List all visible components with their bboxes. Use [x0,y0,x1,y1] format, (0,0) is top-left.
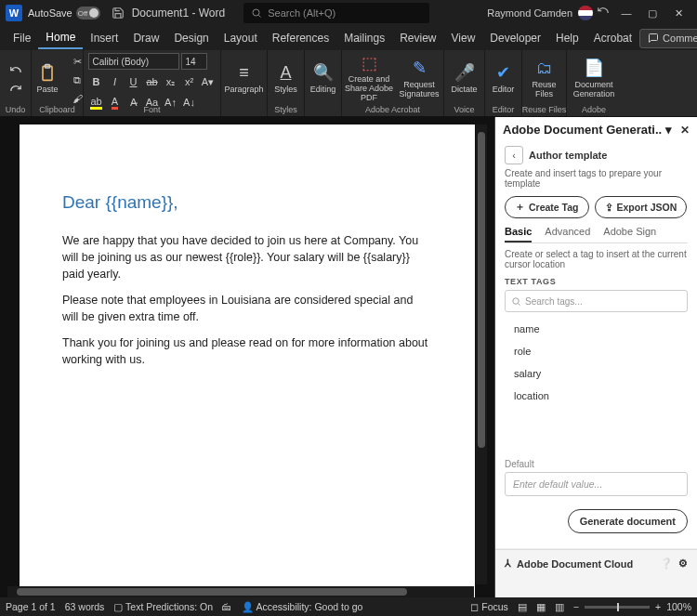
chevron-down-icon[interactable]: ▾ [665,123,672,137]
editor-button[interactable]: ✔Editor [487,53,520,103]
panel-info: Create or select a tag to insert at the … [505,249,688,269]
tab-advanced[interactable]: Advanced [545,226,590,242]
horizontal-scrollbar[interactable] [7,586,474,597]
user-name[interactable]: Raymond Camden [487,7,572,19]
panel-close-button[interactable]: ✕ [680,124,690,137]
group-editor-label: Editor [493,105,515,114]
zoom-out-button[interactable]: − [573,601,579,612]
word-logo-icon: W [6,5,22,21]
vertical-scroll-thumb[interactable] [478,132,485,448]
document-generation-button[interactable]: 📄Document Generation [569,53,619,103]
text-effects-button[interactable]: A▾ [200,73,217,90]
view-read-icon[interactable]: ▦ [536,601,546,612]
font-name-select[interactable]: Calibri (Body) [88,53,179,70]
create-share-pdf-button[interactable]: ⬚Create and Share Adobe PDF [344,53,394,103]
help-icon[interactable]: ❔ [660,557,673,570]
paragraph-button[interactable]: ≡Paragraph [222,53,267,103]
close-button[interactable]: ✕ [665,4,691,22]
view-print-icon[interactable]: ▤ [518,601,527,612]
menu-home[interactable]: Home [38,27,83,49]
styles-button[interactable]: AStyles [270,53,303,103]
comments-button[interactable]: Comments ▾ [639,29,697,48]
panel-back-button[interactable]: ‹ [505,146,523,164]
maximize-button[interactable]: ▢ [639,4,665,22]
reuse-files-button[interactable]: 🗂Reuse Files [524,53,565,103]
autosave-toggle[interactable]: AutoSave Off [28,7,100,20]
doc-heading: Dear {{name}}, [62,190,432,216]
status-predictions[interactable]: ▢ Text Predictions: On [113,601,213,612]
menu-developer[interactable]: Developer [482,28,548,48]
create-tag-button[interactable]: ＋ Create Tag [505,196,589,218]
clear-format-button[interactable]: A̶ [125,94,142,111]
menu-layout[interactable]: Layout [217,28,265,48]
tag-item-salary[interactable]: salary [505,362,688,385]
status-words[interactable]: 63 words [65,601,105,612]
menu-view[interactable]: View [444,28,483,48]
tab-basic[interactable]: Basic [505,226,532,242]
menu-review[interactable]: Review [392,28,443,48]
status-language-icon[interactable]: 🖮 [222,601,232,612]
zoom-control[interactable]: − + 100% [573,601,691,612]
tab-adobe-sign[interactable]: Adobe Sign [603,226,656,242]
user-avatar-icon[interactable] [578,6,593,20]
horizontal-scroll-thumb[interactable] [17,588,407,596]
clipboard-icon [36,61,59,84]
settings-icon[interactable]: ⚙ [678,557,688,570]
menu-acrobat[interactable]: Acrobat [586,28,639,48]
undo-button[interactable] [7,61,24,78]
italic-button[interactable]: I [107,73,124,90]
document-page[interactable]: Dear {{name}}, We are happy that you hav… [20,125,475,597]
highlight-button[interactable]: ab [88,94,105,111]
editing-button[interactable]: 🔍Editing [307,53,340,103]
group-undo-label: Undo [6,105,26,114]
menu-draw[interactable]: Draw [125,28,166,48]
search-placeholder: Search (Alt+Q) [268,7,335,19]
zoom-in-button[interactable]: + [655,601,661,612]
zoom-slider[interactable] [585,606,650,609]
save-icon[interactable] [111,6,125,20]
paragraph-icon: ≡ [233,61,256,84]
menu-design[interactable]: Design [166,28,216,48]
dictate-button[interactable]: 🎤Dictate [446,53,483,103]
font-color-button[interactable]: A [107,94,124,111]
zoom-level[interactable]: 100% [666,601,691,612]
minimize-button[interactable]: — [613,4,639,22]
view-web-icon[interactable]: ▥ [555,601,564,612]
tag-item-role[interactable]: role [505,340,688,362]
grow-font-button[interactable]: A↑ [163,94,179,111]
default-value-input[interactable]: Enter default value... [505,472,688,496]
subscript-button[interactable]: x₂ [163,73,179,90]
export-icon: ⇪ [605,202,613,213]
underline-button[interactable]: U [125,73,142,90]
toggle-off-icon[interactable]: Off [76,7,100,20]
shrink-font-button[interactable]: A↓ [181,94,198,111]
sync-icon[interactable] [596,6,611,20]
menu-insert[interactable]: Insert [83,28,125,48]
vertical-scrollbar[interactable] [476,125,487,584]
menu-file[interactable]: File [6,28,38,48]
panel-title: Adobe Document Generati.. [503,123,662,137]
paste-button[interactable]: Paste [29,53,66,103]
export-json-button[interactable]: ⇪ Export JSON [595,196,688,218]
menu-help[interactable]: Help [548,28,586,48]
search-input[interactable]: Search (Alt+Q) [243,3,429,23]
panel-footer: ⅄ Adobe Document Cloud ❔ ⚙ [495,549,697,577]
svg-line-1 [259,15,261,17]
status-page[interactable]: Page 1 of 1 [6,601,56,612]
bold-button[interactable]: B [88,73,105,90]
strike-button[interactable]: ab [144,73,161,90]
search-tags-input[interactable]: Search tags... [505,290,688,312]
generate-document-button[interactable]: Generate document [568,509,688,533]
status-accessibility[interactable]: 👤 Accessibility: Good to go [242,601,362,613]
status-bar: Page 1 of 1 63 words ▢ Text Predictions:… [0,597,697,616]
focus-mode-button[interactable]: ◻ Focus [470,601,508,612]
document-title: Document1 - Word [132,7,225,20]
menu-references[interactable]: References [265,28,336,48]
redo-button[interactable] [7,80,24,97]
menu-mailings[interactable]: Mailings [336,28,392,48]
font-size-select[interactable]: 14 [181,53,207,70]
tag-item-location[interactable]: location [505,385,688,407]
tag-item-name[interactable]: name [505,318,688,340]
request-signatures-button[interactable]: ✎Request Signatures [397,53,441,103]
superscript-button[interactable]: x² [181,73,198,90]
